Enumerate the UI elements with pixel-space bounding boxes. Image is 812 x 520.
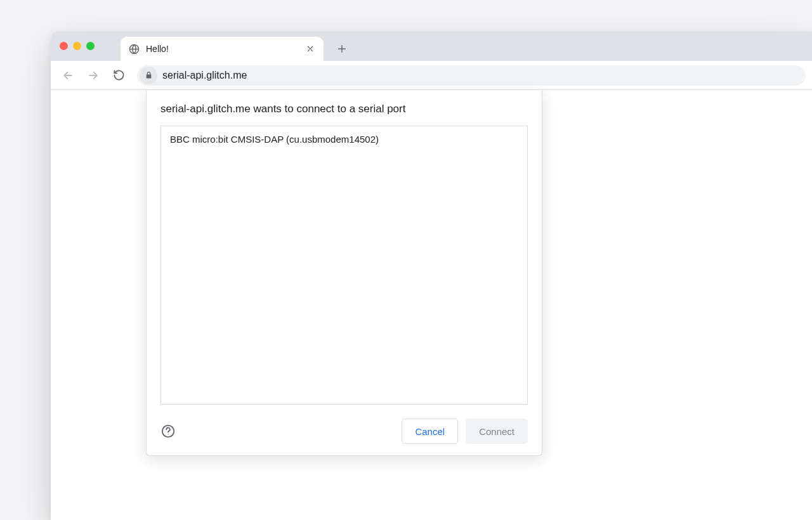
help-icon[interactable] — [160, 424, 176, 439]
lock-icon[interactable] — [140, 67, 157, 84]
back-button[interactable] — [57, 65, 79, 86]
browser-window: Hello! — [51, 32, 812, 520]
tab-close-button[interactable] — [304, 43, 316, 55]
url-text: serial-api.glitch.me — [162, 70, 247, 81]
forward-button[interactable] — [82, 65, 104, 86]
globe-icon — [128, 43, 140, 55]
window-close-button[interactable] — [60, 42, 68, 50]
window-controls — [60, 42, 95, 50]
svg-point-2 — [167, 434, 168, 434]
address-bar[interactable]: serial-api.glitch.me — [137, 65, 806, 86]
tab-strip: Hello! — [51, 32, 812, 61]
device-list-item[interactable]: BBC micro:bit CMSIS-DAP (cu.usbmodem1450… — [161, 126, 527, 152]
cancel-button[interactable]: Cancel — [402, 419, 458, 444]
new-tab-button[interactable] — [332, 39, 351, 58]
dialog-footer: Cancel Connect — [160, 419, 528, 444]
window-minimize-button[interactable] — [73, 42, 81, 50]
reload-button[interactable] — [108, 65, 129, 86]
toolbar: serial-api.glitch.me — [51, 61, 812, 90]
device-list[interactable]: BBC micro:bit CMSIS-DAP (cu.usbmodem1450… — [160, 126, 528, 405]
tab-title: Hello! — [146, 44, 298, 54]
dialog-title: serial-api.glitch.me wants to connect to… — [160, 103, 528, 115]
browser-tab[interactable]: Hello! — [121, 37, 324, 61]
serial-port-chooser-dialog: serial-api.glitch.me wants to connect to… — [146, 90, 542, 456]
connect-button[interactable]: Connect — [466, 419, 528, 444]
window-fullscreen-button[interactable] — [86, 42, 95, 50]
content-area: serial-api.glitch.me wants to connect to… — [51, 90, 812, 520]
